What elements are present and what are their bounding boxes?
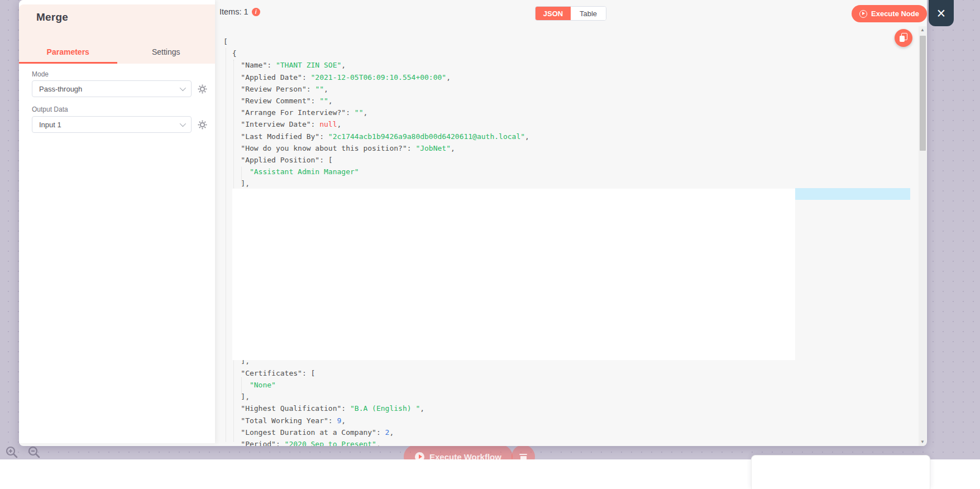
json-line: "Applied Date": "2021-12-05T06:09:10.554… [223,71,529,83]
json-line: "Period": "2020 Sep to Present", [223,438,529,446]
tab-parameters[interactable]: Parameters [19,40,117,64]
close-icon: × [937,5,946,22]
json-line: "Review Person": "", [223,83,529,95]
output-view-toggle: JSON Table [535,6,606,21]
output-data-value: Input 1 [39,121,61,129]
mode-select[interactable]: Pass-through [32,80,192,97]
json-line: "Highest Qualification": "B.A (English) … [223,402,529,414]
json-line: "None" [223,379,529,391]
output-data-label: Output Data [32,106,68,113]
gear-icon [198,84,207,94]
copy-to-clipboard-button[interactable] [895,29,912,47]
blank-content-block [232,189,795,360]
json-line: "Applied Position": [ [223,154,529,166]
scroll-up-arrow[interactable]: ▲ [919,26,926,34]
zoom-in-button[interactable] [3,445,20,459]
zoom-out-button[interactable] [26,445,42,459]
chevron-down-icon [180,121,186,127]
execute-workflow-label: Execute Workflow [429,452,501,460]
node-detail-view: Items: 1 i JSON Table Execute Node [ { "… [19,0,927,446]
json-line: { [223,47,529,59]
node-settings-panel: Merge Parameters Settings Mode Pass-thro… [19,0,215,443]
scroll-down-arrow[interactable]: ▼ [919,438,926,446]
panel-tabs: Parameters Settings [19,40,215,64]
output-data-select[interactable]: Input 1 [32,116,192,133]
json-line: "Last Modified By": "2c1744acb1b9426a9a8… [223,131,529,142]
node-title: Merge [36,11,68,23]
gear-icon [198,120,207,130]
close-button[interactable]: × [929,0,954,26]
execute-workflow-button[interactable]: Execute Workflow [404,445,513,459]
json-line: "Longest Duration at a Company": 2, [223,426,529,438]
json-line: "Total Working Year": 9, [223,415,529,426]
json-line: "Interview Date": null, [223,118,529,130]
json-line: ], [223,391,529,402]
chevron-down-icon [180,85,186,91]
output-scrollbar[interactable]: ▲ ▼ [919,26,926,446]
bottom-right-panel [751,455,930,489]
tab-json[interactable]: JSON [536,7,571,20]
json-line: "How do you know about this position?": … [223,142,529,154]
json-line: "Review Comment": "", [223,95,529,107]
output-data-options-button[interactable] [198,120,207,130]
info-icon[interactable]: i [252,8,260,16]
json-line: ], [223,178,529,189]
json-line: "Arrange For Interview?": "", [223,107,529,118]
json-line: [ [223,36,529,47]
scrollbar-thumb[interactable] [920,36,926,151]
app-root: Execute Workflow Items: 1 i JSON Table E… [0,0,980,489]
play-icon [415,452,424,460]
copy-icon [900,33,907,42]
tab-table[interactable]: Table [571,7,606,20]
tab-settings[interactable]: Settings [117,40,216,64]
mode-label: Mode [32,70,49,78]
play-icon [859,10,867,18]
zoom-out-icon [27,445,41,459]
delete-workflow-button[interactable] [511,445,535,459]
execute-node-label: Execute Node [871,9,919,18]
node-panel-header: Merge Parameters Settings [19,4,215,64]
mode-value: Pass-through [39,85,82,93]
json-line: "Assistant Admin Manager" [223,166,529,178]
json-line: "Name": "THANT ZIN SOE", [223,59,529,71]
json-line: "Certificates": [ [223,367,529,379]
mode-options-button[interactable] [198,84,207,94]
text-selection-highlight [795,188,910,200]
execute-node-button[interactable]: Execute Node [852,5,927,22]
items-count: Items: 1 i [219,7,260,16]
zoom-in-icon [4,445,19,459]
trash-icon [519,453,527,460]
items-count-text: Items: 1 [219,7,248,16]
